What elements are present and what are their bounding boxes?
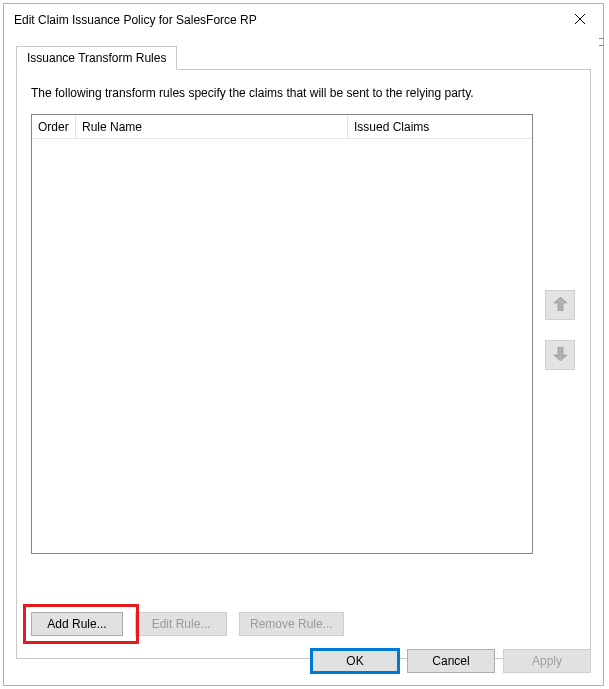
button-label: Edit Rule... [152,617,211,631]
tab-strip: Issuance Transform Rules [16,46,591,70]
add-rule-button[interactable]: Add Rule... [31,612,123,636]
window-title: Edit Claim Issuance Policy for SalesForc… [14,13,257,27]
arrow-up-icon [554,297,567,314]
cancel-button[interactable]: Cancel [407,649,495,673]
dialog-buttons: OK Cancel Apply [311,649,591,673]
column-header-order[interactable]: Order [32,115,76,138]
button-label: Cancel [432,654,469,668]
move-up-button[interactable] [545,290,575,320]
rules-listview[interactable]: Order Rule Name Issued Claims [31,114,533,554]
button-label: OK [346,654,363,668]
listview-header: Order Rule Name Issued Claims [32,115,532,139]
close-button[interactable] [557,4,603,36]
background-fragment [599,38,604,46]
tab-issuance-transform-rules[interactable]: Issuance Transform Rules [16,46,177,70]
button-label: Add Rule... [47,617,106,631]
rules-area: Order Rule Name Issued Claims [31,114,576,554]
reorder-buttons [545,290,575,390]
column-label: Order [38,120,69,134]
button-label: Apply [532,654,562,668]
column-header-rule-name[interactable]: Rule Name [76,115,348,138]
tab-label: Issuance Transform Rules [27,51,166,65]
titlebar: Edit Claim Issuance Policy for SalesForc… [4,4,603,36]
intro-text: The following transform rules specify th… [31,86,576,100]
column-label: Issued Claims [354,120,429,134]
edit-rule-button[interactable]: Edit Rule... [135,612,227,636]
apply-button[interactable]: Apply [503,649,591,673]
remove-rule-button[interactable]: Remove Rule... [239,612,344,636]
arrow-down-icon [554,347,567,364]
tab-panel: The following transform rules specify th… [16,69,591,659]
dialog-body: Issuance Transform Rules The following t… [4,36,603,671]
ok-button[interactable]: OK [311,649,399,673]
dialog-window: Edit Claim Issuance Policy for SalesForc… [3,3,604,686]
button-label: Remove Rule... [250,617,333,631]
rule-button-row: Add Rule... Edit Rule... Remove Rule... [31,612,344,636]
close-icon [575,13,585,27]
column-header-issued-claims[interactable]: Issued Claims [348,115,532,138]
move-down-button[interactable] [545,340,575,370]
column-label: Rule Name [82,120,142,134]
